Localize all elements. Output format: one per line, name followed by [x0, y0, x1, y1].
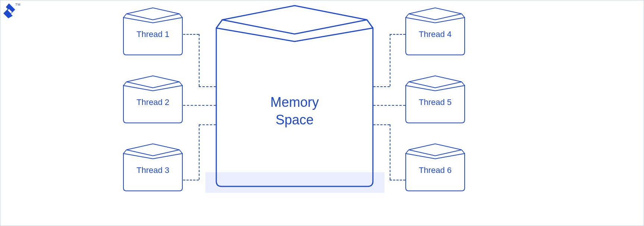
svg-line-11 [123, 150, 126, 154]
svg-line-21 [462, 150, 465, 154]
connector-t3-seg1 [183, 180, 199, 180]
svg-line-15 [462, 14, 465, 18]
connector-t6-seg3 [373, 124, 390, 125]
thread-2-box [123, 75, 183, 124]
connector-t4-seg2 [390, 34, 390, 86]
svg-marker-10 [126, 144, 179, 156]
connector-t1-seg2 [199, 34, 200, 86]
svg-line-12 [179, 150, 182, 154]
connector-t2 [183, 105, 216, 106]
thread-3-box [123, 143, 183, 192]
svg-line-3 [367, 20, 373, 28]
svg-line-6 [179, 14, 182, 18]
svg-line-20 [406, 150, 409, 154]
svg-line-9 [179, 82, 182, 86]
svg-marker-7 [126, 76, 179, 88]
thread-6-box [405, 143, 465, 192]
diagram-canvas: TM Memory Space Thread 1 Thread 2 [0, 0, 644, 226]
svg-line-18 [462, 82, 465, 86]
connector-t3-seg2 [199, 124, 200, 180]
thread-1-box [123, 7, 183, 56]
connector-t6-seg1 [390, 180, 405, 180]
svg-marker-16 [409, 76, 462, 88]
svg-line-17 [406, 82, 409, 86]
connector-t6-seg2 [390, 124, 390, 180]
svg-line-5 [123, 14, 126, 18]
svg-line-2 [216, 20, 222, 28]
connector-t4-seg3 [373, 86, 390, 87]
connector-t1-seg3 [199, 86, 216, 87]
svg-marker-19 [409, 144, 462, 156]
thread-5-box [405, 75, 465, 124]
connector-t3-seg3 [199, 124, 216, 125]
svg-line-14 [406, 14, 409, 18]
svg-marker-4 [126, 8, 179, 20]
memory-space-box [215, 5, 374, 188]
svg-marker-1 [222, 6, 367, 34]
svg-line-8 [123, 82, 126, 86]
connector-t4-seg1 [390, 34, 405, 35]
thread-4-box [405, 7, 465, 56]
connector-t1-seg1 [183, 34, 199, 35]
connector-t5 [373, 105, 405, 106]
svg-marker-13 [409, 8, 462, 20]
trademark-label: TM [15, 3, 21, 6]
